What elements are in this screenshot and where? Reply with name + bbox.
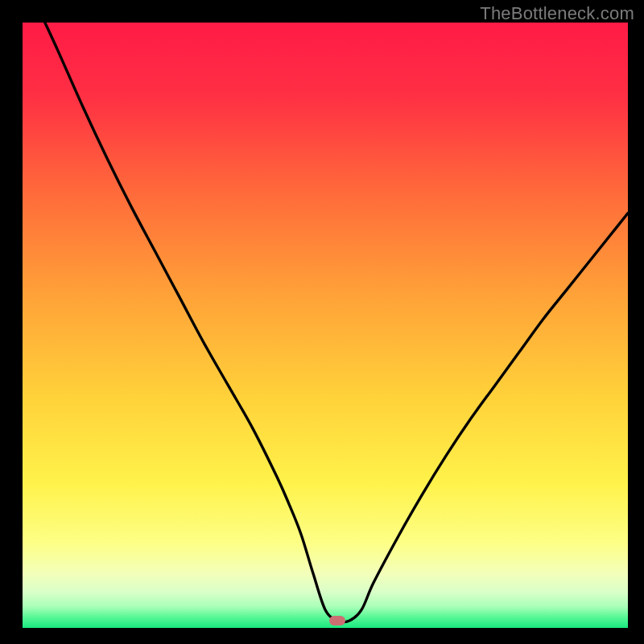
watermark-text: TheBottleneck.com [480, 3, 634, 24]
background-gradient [23, 23, 628, 628]
optimal-marker [329, 616, 345, 625]
svg-rect-0 [23, 23, 628, 628]
plot-area [23, 23, 628, 628]
outer-frame: TheBottleneck.com [0, 0, 644, 644]
